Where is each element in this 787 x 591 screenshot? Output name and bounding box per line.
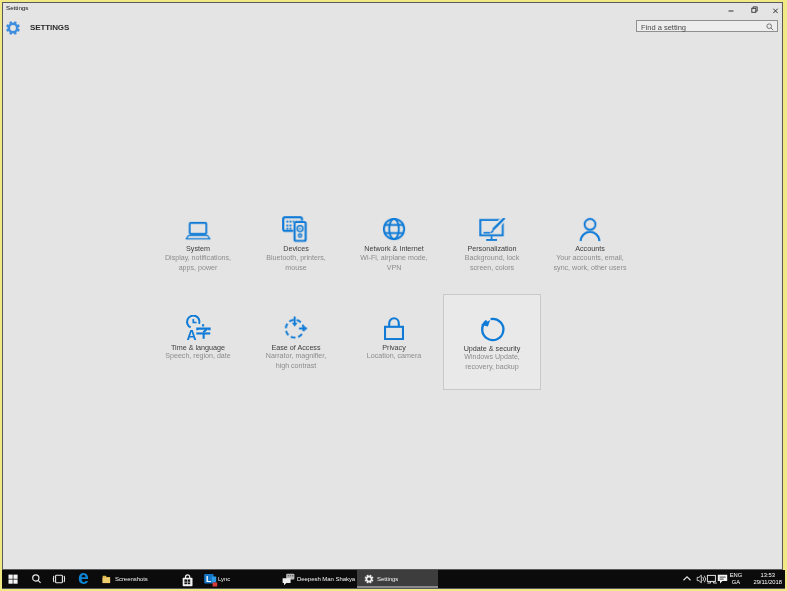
svg-text:L: L — [206, 574, 211, 584]
svg-text:A: A — [186, 326, 196, 340]
